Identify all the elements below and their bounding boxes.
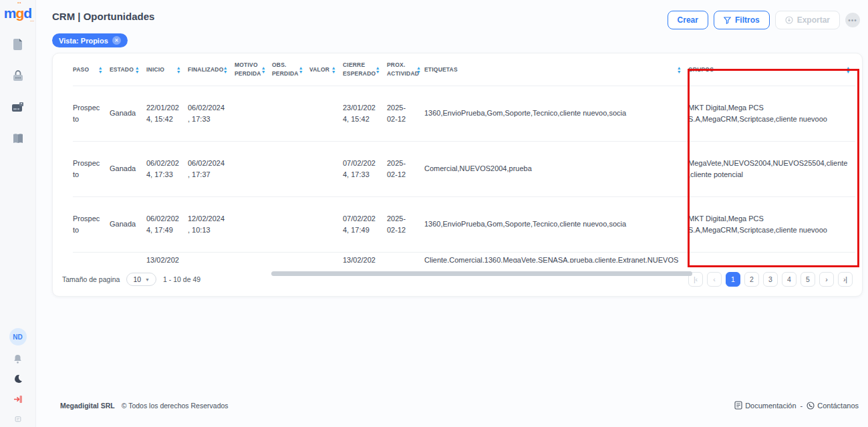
cell-paso [73,253,110,263]
col-header-motivo-perdida[interactable]: Motivo Perdida▲▼ [235,53,272,86]
cell-motivo-perdida [235,253,272,263]
col-header-paso[interactable]: Paso▲▼ [73,53,110,86]
cell-cierre-esperado: 07/02/2024, 17:33 [343,142,387,196]
sort-desc-icon[interactable]: ▼ [176,70,181,74]
table-row[interactable]: Prospecto Ganada 06/02/2024, 17:49 12/02… [73,197,855,253]
sort-desc-icon[interactable]: ▼ [416,70,421,74]
sort-desc-icon[interactable]: ▼ [331,70,336,74]
page-button-4[interactable]: 4 [782,272,797,287]
cell-valor [309,142,343,196]
table-row-partial[interactable]: 13/02/2024, 10:05 13/02/2024, 10:05 Clie… [73,253,855,263]
cell-etiquetas: Cliente,Comercial,1360,MegaVete,SENASA,p… [424,253,688,263]
sort-desc-icon[interactable]: ▼ [846,70,851,74]
table-row[interactable]: Prospecto Ganada 22/01/2024, 15:42 06/02… [73,86,855,142]
page-button-2[interactable]: 2 [744,272,759,287]
sort-asc-icon[interactable]: ▲ [261,66,266,69]
sort-arrows-icon: ▲▼ [376,66,380,74]
create-button[interactable]: Crear [668,11,708,29]
sort-asc-icon[interactable]: ▲ [135,66,140,69]
col-header-grupos[interactable]: Grupos▲▼ [688,53,857,86]
sort-desc-icon[interactable]: ▼ [223,70,228,74]
table-row[interactable]: Prospecto Ganada 06/02/2024, 17:33 06/02… [73,142,855,197]
cell-inicio: 06/02/2024, 17:33 [146,142,188,196]
sort-asc-icon[interactable]: ▲ [223,66,228,69]
phone-icon [807,402,815,410]
app-logo[interactable]: mgd [4,5,31,21]
logout-icon[interactable] [11,392,25,406]
sort-asc-icon[interactable]: ▲ [677,66,682,69]
col-header-cierre-esperado[interactable]: Cierre Esperado▲▼ [343,53,387,86]
sort-arrows-icon: ▲▼ [677,66,682,74]
company-name: Megadigital SRL [60,402,115,410]
sort-asc-icon[interactable]: ▲ [299,66,303,69]
view-filter-chip[interactable]: Vista: Propios ✕ [52,33,128,47]
col-header-etiquetas[interactable]: Etiquetas▲▼ [424,53,688,86]
contact-link[interactable]: Contáctanos [807,402,859,410]
filters-button-label: Filtros [735,15,760,25]
cell-grupos: MKT Digital,Mega PCS S.A,MegaCRM,Scriptc… [688,86,857,141]
cell-paso: Prospecto [73,142,110,196]
sort-desc-icon[interactable]: ▼ [376,70,380,74]
pagination: |‹ ‹ 1 2 3 4 5 › ›| [688,272,853,287]
page-size-control: Tamaño de pagina 10 ▼ 1 - 10 de 49 [62,273,200,286]
sort-desc-icon[interactable]: ▼ [261,70,266,74]
sort-asc-icon[interactable]: ▲ [416,66,421,69]
sort-asc-icon[interactable]: ▲ [331,66,336,69]
col-header-inicio[interactable]: Inicio▲▼ [146,53,188,86]
sort-asc-icon[interactable]: ▲ [846,66,851,69]
cell-finalizado: 06/02/2024, 17:37 [188,142,235,196]
export-button[interactable]: Exportar [775,11,840,29]
cell-grupos: MKT Digital,Mega PCS S.A,MegaCRM,Scriptc… [688,197,857,252]
user-avatar[interactable]: ND [9,328,27,345]
book-icon[interactable] [11,132,25,145]
next-page-button[interactable]: › [819,272,834,287]
sort-desc-icon[interactable]: ▼ [299,70,303,74]
pos-terminal-icon[interactable] [11,100,25,114]
bell-icon[interactable] [11,352,25,366]
page-size-select[interactable]: 10 ▼ [126,273,156,286]
col-header-finalizado[interactable]: Finalizado▲▼ [188,53,235,86]
ellipsis-icon: ••• [848,17,857,24]
cell-obs-perdida [272,197,309,252]
more-options-button[interactable]: ••• [845,13,860,27]
sort-asc-icon[interactable]: ▲ [376,66,380,69]
col-header-obs-perdida[interactable]: Obs. Perdida▲▼ [272,53,309,86]
cell-prox-actividad [387,253,424,263]
sort-asc-icon[interactable]: ▲ [98,66,103,69]
sort-arrows-icon: ▲▼ [176,66,181,74]
cell-prox-actividad: 2025-02-12 [387,86,424,141]
horizontal-scrollbar[interactable] [271,271,692,276]
filters-button[interactable]: Filtros [714,11,770,29]
col-header-valor[interactable]: Valor▲▼ [309,53,343,86]
logo-letter-g: g [16,5,24,21]
cell-etiquetas: 1360,EnvioPrueba,Gom,Soporte,Tecnico,cli… [424,197,688,252]
last-page-button[interactable]: ›| [838,272,853,287]
cell-motivo-perdida [235,142,272,196]
moon-icon[interactable] [11,372,25,386]
cell-finalizado: 06/02/2024, 17:33 [188,86,235,141]
file-icon[interactable] [11,37,25,51]
sort-desc-icon[interactable]: ▼ [677,70,682,74]
page-button-5[interactable]: 5 [801,272,815,287]
page-button-1[interactable]: 1 [726,272,740,287]
cell-paso: Prospecto [73,86,110,141]
help-icon[interactable] [11,412,25,426]
table-footer: Tamaño de pagina 10 ▼ 1 - 10 de 49 |‹ ‹ … [53,263,862,296]
chip-close-icon[interactable]: ✕ [112,36,121,45]
sort-desc-icon[interactable]: ▼ [135,70,140,74]
sort-desc-icon[interactable]: ▼ [98,70,103,74]
cell-valor [309,253,343,263]
lock-icon[interactable] [11,69,25,82]
sort-arrows-icon: ▲▼ [98,66,103,74]
cell-valor [309,86,343,141]
cell-cierre-esperado: 23/01/2024, 15:42 [343,86,387,141]
sidebar: mgd ND [0,0,36,427]
documentation-link[interactable]: Documentación [734,401,796,410]
page-button-3[interactable]: 3 [763,272,778,287]
prev-page-button[interactable]: ‹ [707,272,722,287]
sort-asc-icon[interactable]: ▲ [176,66,181,69]
cell-estado: Ganada [110,197,146,252]
col-header-estado[interactable]: Estado▲▼ [110,53,146,86]
top-bar: CRM | Oportunidades Crear Filtros Export… [52,11,863,29]
col-header-prox-actividad[interactable]: Prox. Actividad▲▼ [387,53,424,86]
